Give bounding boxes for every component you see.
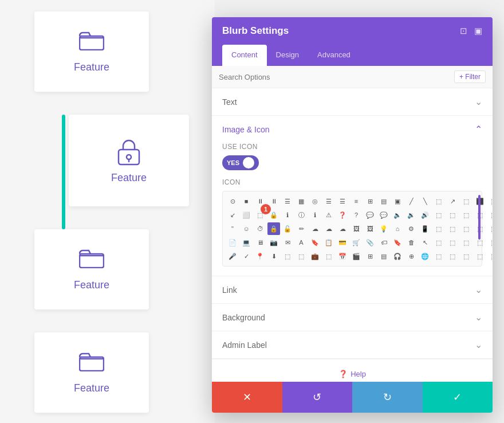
icon-cell[interactable]: ⬚ (487, 236, 493, 249)
icon-cell-selected[interactable]: 🔒 (267, 222, 280, 235)
icon-cell[interactable]: 📷 (267, 236, 280, 249)
icon-cell[interactable]: ⬜ (240, 209, 253, 221)
icon-cell[interactable]: 🗑 (405, 236, 418, 249)
icon-cell[interactable]: ⬚ (295, 250, 308, 263)
icon-cell[interactable]: 🏷 (377, 236, 390, 249)
icon-cell[interactable]: ⬚ (446, 236, 459, 249)
icon-cell[interactable]: ⬚ (432, 250, 445, 263)
icon-cell[interactable]: ⬚ (487, 209, 493, 221)
icon-cell[interactable]: 💳 (336, 236, 349, 249)
section-admin-label-header[interactable]: Admin Label ⌄ (212, 331, 493, 358)
icon-cell[interactable]: 📎 (364, 236, 376, 249)
icon-cell[interactable]: ⬚ (487, 250, 493, 263)
icon-cell[interactable]: 🛒 (350, 236, 363, 249)
icon-cell[interactable]: 📱 (419, 222, 431, 235)
icon-cell[interactable]: " (226, 222, 239, 235)
icon-cell[interactable]: ⬚ (460, 250, 472, 263)
icon-cell[interactable]: 🎧 (391, 250, 404, 263)
filter-button[interactable]: + Filter (454, 70, 486, 83)
icon-cell[interactable]: 🔊 (419, 209, 431, 221)
icon-cell[interactable]: ⬚ (432, 209, 445, 221)
icon-cell[interactable]: ⬚ (460, 236, 472, 249)
icon-cell[interactable]: ❓ (336, 209, 349, 221)
collapse-icon[interactable]: ▣ (474, 26, 482, 36)
icon-cell[interactable]: ⊞ (364, 195, 376, 207)
icon-cell[interactable]: ↗ (446, 195, 459, 207)
icon-cell[interactable]: ⬚ (474, 250, 486, 263)
expand-icon[interactable]: ⊡ (460, 26, 467, 36)
section-image-icon-header[interactable]: Image & Icon ⌃ (212, 116, 493, 143)
icon-cell[interactable]: ◎ (309, 195, 321, 207)
icon-cell[interactable]: ⬇ (267, 250, 280, 263)
icon-cell[interactable]: ⬚ (432, 195, 445, 207)
icon-cell[interactable]: ↙ (226, 209, 239, 221)
icon-grid-scrollbar[interactable] (478, 195, 481, 240)
icon-cell[interactable]: ⬚ (446, 222, 459, 235)
icon-cell[interactable]: ⏱ (254, 222, 266, 235)
help-button[interactable]: ❓ Help (338, 370, 366, 378)
icon-cell[interactable]: ╱ (405, 195, 418, 207)
icon-cell[interactable]: ✓ (240, 250, 253, 263)
icon-cell[interactable]: 📋 (322, 236, 335, 249)
icon-cell[interactable]: 📄 (226, 236, 239, 249)
icon-cell[interactable]: ⬚ 1 (254, 209, 266, 221)
icon-cell[interactable]: 🖼 (364, 222, 376, 235)
icon-cell[interactable]: A (295, 236, 308, 249)
icon-cell[interactable]: ⊞ (364, 250, 376, 263)
icon-cell[interactable]: 🔈 (391, 209, 404, 221)
icon-cell[interactable]: 📅 (336, 250, 349, 263)
icon-cell[interactable]: ⬚ (446, 250, 459, 263)
section-background-header[interactable]: Background ⌄ (212, 304, 493, 331)
icon-cell[interactable]: ☁ (336, 222, 349, 235)
icon-cell[interactable]: ⊕ (405, 250, 418, 263)
icon-cell[interactable]: ⬚ (460, 209, 472, 221)
cancel-button[interactable]: ✕ (212, 382, 282, 413)
icon-cell[interactable]: 💬 (377, 209, 390, 221)
icon-cell[interactable]: ▣ (391, 195, 404, 207)
icon-cell[interactable]: ≡ (350, 195, 363, 207)
icon-cell[interactable]: ▤ (377, 195, 390, 207)
icon-cell[interactable]: ⬚ (322, 250, 335, 263)
icon-cell[interactable]: ⬚ (487, 222, 493, 235)
icon-cell[interactable]: ■ (240, 195, 253, 207)
icon-cell[interactable]: 🖼 (350, 222, 363, 235)
icon-cell[interactable]: ⬚ (432, 222, 445, 235)
icon-cell[interactable]: ⌂ (391, 222, 404, 235)
icon-cell[interactable]: 🔓 (281, 222, 294, 235)
icon-cell[interactable]: 🔉 (405, 209, 418, 221)
icon-cell[interactable]: ⬚ (446, 209, 459, 221)
icon-cell[interactable]: ⬚ (487, 195, 493, 207)
icon-cell[interactable]: ↖ (419, 236, 431, 249)
icon-cell[interactable]: ☁ (322, 222, 335, 235)
icon-cell[interactable]: 🔖 (309, 236, 321, 249)
icon-cell[interactable]: 🎬 (350, 250, 363, 263)
icon-cell[interactable]: ☰ (281, 195, 294, 207)
icon-cell[interactable]: ⚙ (405, 222, 418, 235)
icon-cell[interactable]: ℹ (309, 209, 321, 221)
icon-cell[interactable]: 💻 (240, 236, 253, 249)
tab-content[interactable]: Content (222, 45, 267, 66)
icon-cell[interactable]: ? (350, 209, 363, 221)
use-icon-toggle[interactable]: YES (222, 155, 259, 170)
icon-cell[interactable]: 💼 (309, 250, 321, 263)
icon-cell[interactable]: 💡 (377, 222, 390, 235)
icon-cell[interactable]: ⬚ (460, 222, 472, 235)
icon-cell[interactable]: ☺ (240, 222, 253, 235)
icon-cell[interactable]: ╲ (419, 195, 431, 207)
save-button[interactable]: ✓ (423, 382, 493, 413)
icon-cell[interactable]: 🎤 (226, 250, 239, 263)
icon-cell[interactable]: ℹ (281, 209, 294, 221)
icon-cell[interactable]: ⓘ (295, 209, 308, 221)
section-link-header[interactable]: Link ⌄ (212, 276, 493, 303)
icon-cell[interactable]: ⬚ (460, 195, 472, 207)
icon-cell[interactable]: 📍 (254, 250, 266, 263)
icon-cell[interactable]: 🔖 (391, 236, 404, 249)
icon-cell[interactable]: ▤ (377, 250, 390, 263)
icon-cell[interactable]: ⚠ (322, 209, 335, 221)
undo-button[interactable]: ↺ (282, 382, 353, 413)
icon-cell[interactable]: 🖥 (254, 236, 266, 249)
icon-cell[interactable]: ✏ (295, 222, 308, 235)
icon-cell[interactable]: ⬚ (432, 236, 445, 249)
icon-cell[interactable]: ▦ (295, 195, 308, 207)
icon-cell[interactable]: ☰ (336, 195, 349, 207)
